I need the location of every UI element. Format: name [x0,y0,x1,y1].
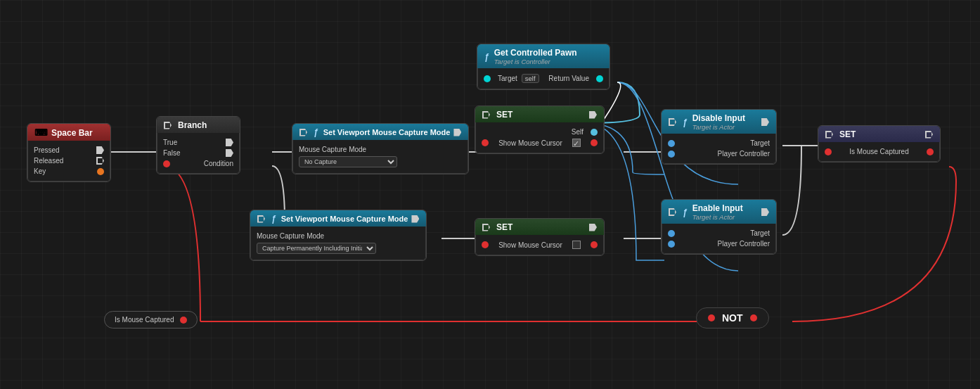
branch-title: Branch [178,120,207,130]
capture-mode-true-select: No Capture [299,155,462,169]
show-cursor-false-row: Show Mouse Cursor [482,239,598,250]
self-pin-true [591,129,598,136]
disable-target-pin [668,140,675,147]
set-show-cursor-false-title: SET [496,222,512,232]
get-controlled-pawn-title: Get Controlled Pawn [494,48,577,58]
branch-node: Branch True False Condition [156,116,240,174]
enable-target-row: Target [668,228,770,238]
condition-pin [163,160,170,167]
target-in-pin [484,75,491,82]
disable-input-title: Disable Input [692,113,745,123]
show-cursor-false-out-pin [591,241,598,248]
space-bar-header: ⌨ Space Bar [27,124,110,141]
capture-mode-false-select: Capture Permanently Including Initial Mo… [257,241,420,255]
enable-player-controller-row: Player Controller [668,238,770,249]
set-show-cursor-true-title: SET [496,110,512,120]
enable-player-controller-pin [668,241,675,248]
set-is-mouse-body: Is Mouse Captured [818,142,940,162]
key-pin [97,168,104,175]
not-label: NOT [722,312,743,324]
false-row: False [163,148,233,158]
set-show-cursor-true-body: Self Show Mouse Cursor ✓ [475,122,604,153]
capture-mode-true-dropdown[interactable]: No Capture [299,156,397,167]
keyboard-icon: ⌨ [34,127,48,138]
get-controlled-pawn-body: Target self Return Value [477,68,610,89]
disable-input-exec-in [669,118,676,126]
enable-input-header: ƒ Enable Input Target is Actor [662,200,776,224]
set-cursor-false-exec-out [589,224,597,231]
false-pin [226,149,233,157]
set-vp-false-exec-out [411,215,419,223]
set-mouse-exec-in [825,131,833,139]
set-cursor-true-exec-out [589,111,597,119]
set-show-cursor-false-body: Show Mouse Cursor [475,235,604,255]
enable-target-pin [668,230,675,237]
is-mouse-captured-label: Is Mouse Captured [115,316,174,324]
set-viewport-true-title: Set Viewport Mouse Capture Mode [323,128,451,136]
disable-player-controller-row: Player Controller [668,148,770,159]
set-show-cursor-false-node: SET Show Mouse Cursor [475,218,605,256]
branch-exec-in [164,122,172,129]
pressed-row: Pressed [34,145,104,155]
space-bar-node: ⌨ Space Bar Pressed Released Key [27,123,111,182]
set-mouse-exec-out [925,131,933,139]
set-cursor-false-exec-in [482,224,490,231]
branch-body: True False Condition [157,133,240,174]
set-is-mouse-captured-node: SET Is Mouse Captured [818,125,941,162]
show-cursor-true-out-pin [591,139,598,146]
set-viewport-true-node: ƒ Set Viewport Mouse Capture Mode Mouse … [292,123,469,174]
condition-row: Condition [163,158,233,169]
capture-mode-true-row: Mouse Capture Mode [299,144,462,155]
show-cursor-false-checkbox [572,241,581,249]
set-viewport-false-header: ƒ Set Viewport Mouse Capture Mode [250,210,426,227]
target-row: Target self Return Value [484,72,603,84]
true-pin [226,139,233,146]
set-viewport-false-node: ƒ Set Viewport Mouse Capture Mode Mouse … [250,210,427,261]
key-row: Key [34,166,104,177]
set-vp-true-exec-in [299,129,307,136]
enable-input-exec-in [669,208,676,216]
disable-input-body: Target Player Controller [662,134,776,164]
get-controlled-pawn-subtitle: Target is Controller [494,58,577,65]
set-vp-true-exec-out [453,129,461,136]
not-node: NOT [696,307,769,329]
set-vp-false-exec-in [257,215,265,223]
show-cursor-true-in-pin [482,139,489,146]
set-cursor-true-exec-in [482,111,490,119]
set-viewport-false-body: Mouse Capture Mode Capture Permanently I… [250,227,426,260]
is-mouse-out-pin [927,148,934,155]
branch-header: Branch [157,117,240,133]
enable-input-body: Target Player Controller [662,224,776,254]
released-pin [96,157,104,165]
not-in-pin [708,314,715,321]
disable-input-header: ƒ Disable Input Target is Actor [662,110,776,134]
space-bar-title: Space Bar [51,128,93,138]
enable-input-exec-out [761,208,769,216]
space-bar-body: Pressed Released Key [27,141,110,181]
show-cursor-true-row: Show Mouse Cursor ✓ [482,137,598,148]
set-show-cursor-false-header: SET [475,219,604,235]
set-is-mouse-captured-header: SET [818,126,940,142]
set-viewport-true-header: ƒ Set Viewport Mouse Capture Mode [292,124,468,140]
set-show-cursor-true-header: SET [475,106,604,122]
get-controlled-pawn-header: ƒ Get Controlled Pawn Target is Controll… [477,44,610,68]
set-viewport-true-body: Mouse Capture Mode No Capture [292,140,468,174]
disable-target-row: Target [668,138,770,148]
show-cursor-true-checkbox: ✓ [572,139,581,147]
pressed-pin [96,146,104,154]
self-row: Self [482,127,598,137]
show-cursor-false-in-pin [482,241,489,248]
set-viewport-false-title: Set Viewport Mouse Capture Mode [281,215,408,223]
capture-mode-false-dropdown[interactable]: Capture Permanently Including Initial Mo… [257,243,376,254]
disable-player-controller-pin [668,151,675,158]
set-is-mouse-title: SET [839,129,856,139]
not-out-pin [750,314,757,321]
get-controlled-pawn-node: ƒ Get Controlled Pawn Target is Controll… [477,44,610,90]
disable-input-subtitle: Target is Actor [692,123,745,131]
is-mouse-in-pin [825,148,832,155]
enable-input-subtitle: Target is Actor [692,213,743,221]
is-mouse-captured-out-pin [180,317,187,324]
not-body: NOT [696,307,769,329]
disable-input-node: ƒ Disable Input Target is Actor Target P… [661,109,777,165]
set-show-cursor-true-node: SET Self Show Mouse Cursor ✓ [475,106,605,154]
